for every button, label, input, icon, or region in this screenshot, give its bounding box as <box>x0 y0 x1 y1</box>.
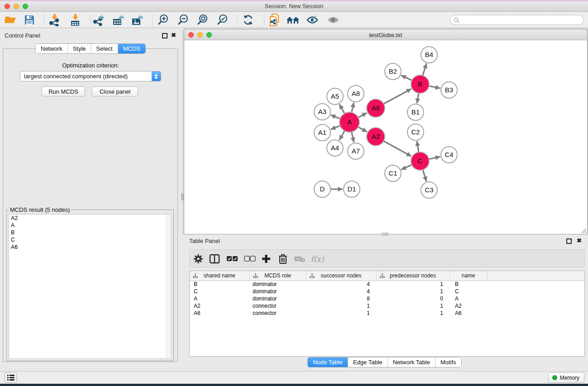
table-cell[interactable]: dominator <box>249 295 306 302</box>
search-input[interactable] <box>459 16 583 24</box>
column-header-shared-name[interactable]: shared name <box>190 271 249 281</box>
zoom-in-button[interactable] <box>155 13 172 27</box>
delete-columns-button[interactable] <box>276 252 290 266</box>
export-image-button[interactable] <box>129 13 145 27</box>
graph-node-label: C3 <box>425 186 433 194</box>
network-canvas[interactable]: B4B2BB3A5A8A6A3B1AA1C2A2A4A7C4CC1C3DD1 <box>184 40 587 234</box>
toolbar-separator <box>237 14 237 25</box>
import-table-button[interactable] <box>67 13 83 27</box>
search-field[interactable] <box>450 15 584 25</box>
optimization-criterion-select[interactable]: largest connected component (directed) <box>20 71 161 81</box>
table-tab-motifs[interactable]: Motifs <box>435 357 461 367</box>
import-network-button[interactable] <box>46 13 62 27</box>
show-hide-graphics-details-button[interactable] <box>304 13 320 27</box>
mcds-result-item[interactable]: C <box>9 236 171 243</box>
mcds-result-list[interactable]: A2ABCA6 <box>9 214 172 359</box>
table-cell[interactable]: dominator <box>249 288 306 295</box>
column-header-label: name <box>461 272 475 279</box>
float-table-panel-button[interactable] <box>566 238 572 244</box>
column-header-successor-nodes[interactable]: successor nodes <box>306 271 376 281</box>
tab-style[interactable]: Style <box>67 44 91 53</box>
table-cell[interactable]: A6 <box>449 310 487 317</box>
show-hide-panels-button[interactable] <box>285 13 301 27</box>
open-session-button[interactable] <box>2 13 19 27</box>
deselect-all-columns-button[interactable] <box>243 252 257 266</box>
horizontal-splitter-handle[interactable] <box>382 233 389 236</box>
column-layout-button[interactable] <box>207 252 222 266</box>
table-row[interactable]: A6connector11A6 <box>190 310 584 317</box>
table-cell[interactable]: connector <box>249 302 306 310</box>
table-tab-edge-table[interactable]: Edge Table <box>348 357 387 367</box>
columns-icon <box>209 254 220 264</box>
table-options-button[interactable] <box>191 252 206 266</box>
close-table-panel-button[interactable]: ✖ <box>577 238 582 243</box>
table-row[interactable]: A2connector11A2 <box>190 302 584 310</box>
mcds-result-item[interactable]: A6 <box>9 243 171 251</box>
refresh-view-button[interactable] <box>240 13 256 27</box>
table-cell[interactable]: 8 <box>306 295 376 302</box>
export-network-icon <box>92 14 105 26</box>
clone-network-button[interactable] <box>267 13 283 27</box>
resize-grip-icon[interactable] <box>580 227 587 234</box>
table-cell[interactable]: C <box>449 288 487 295</box>
table-cell[interactable]: 1 <box>376 302 449 310</box>
clone-network-icon <box>268 13 281 27</box>
table-cell[interactable]: 1 <box>376 310 449 317</box>
zoom-selected-icon <box>217 14 229 26</box>
export-network-button[interactable] <box>91 13 107 27</box>
table-cell[interactable]: 0 <box>376 295 449 302</box>
table-cell[interactable]: A2 <box>449 302 487 310</box>
save-session-button[interactable] <box>21 13 38 27</box>
table-tab-network-table[interactable]: Network Table <box>387 357 435 367</box>
export-table-button[interactable] <box>110 13 126 27</box>
table-row[interactable]: Cdominator41C <box>190 288 584 295</box>
bird-eye-view-button[interactable] <box>325 13 341 27</box>
close-panel-action-button[interactable]: Close panel <box>92 86 138 96</box>
list-scrollbar[interactable] <box>166 214 171 358</box>
tab-select[interactable]: Select <box>91 44 118 53</box>
network-window-titlebar[interactable]: testGlobe.txt <box>184 29 587 40</box>
control-panel-title: Control Panel <box>5 32 40 39</box>
table-tab-node-table[interactable]: Node Table <box>308 357 348 367</box>
table-cell[interactable]: B <box>190 281 249 288</box>
table-cell[interactable]: 1 <box>306 310 376 317</box>
table-row[interactable]: Bdominator41B <box>190 281 584 288</box>
memory-button[interactable]: Memory <box>548 372 584 383</box>
zoom-out-icon <box>177 14 189 26</box>
table-cell[interactable]: dominator <box>249 281 306 288</box>
zoom-out-button[interactable] <box>175 13 191 27</box>
zoom-fit-button[interactable] <box>195 13 211 27</box>
table-row[interactable]: Adominator80A <box>190 295 584 302</box>
table-cell[interactable]: 1 <box>376 281 449 288</box>
table-cell[interactable]: 1 <box>306 302 376 310</box>
table-cell[interactable]: 4 <box>306 288 376 295</box>
desktop-edge-strip <box>0 0 588 1</box>
table-cell[interactable]: A <box>190 295 249 302</box>
table-cell[interactable]: A <box>449 295 487 302</box>
table-cell[interactable]: 1 <box>376 288 449 295</box>
select-all-columns-button[interactable] <box>225 252 239 266</box>
zoom-selected-button[interactable] <box>215 13 231 27</box>
tab-network[interactable]: Network <box>36 44 67 53</box>
table-cell[interactable]: A6 <box>190 310 249 317</box>
column-header-mcds-role[interactable]: MCDS role <box>249 271 306 281</box>
float-panel-button[interactable] <box>162 33 167 38</box>
table-cell[interactable]: B <box>449 281 487 288</box>
unchecked-boxes-icon <box>244 256 256 262</box>
table-toolbar: f(x) <box>189 249 585 267</box>
mcds-result-item[interactable]: A2 <box>9 214 171 222</box>
table-cell[interactable]: connector <box>249 310 306 317</box>
task-history-button[interactable] <box>5 372 17 383</box>
run-mcds-button[interactable]: Run MCDS <box>42 86 85 96</box>
mcds-result-item[interactable]: A <box>9 222 171 229</box>
column-header-predecessor-nodes[interactable]: predecessor nodes <box>376 271 449 281</box>
node-table-container: shared nameMCDS rolesuccessor nodesprede… <box>189 271 585 357</box>
table-cell[interactable]: C <box>190 288 249 295</box>
close-panel-button[interactable]: ✖ <box>171 33 176 38</box>
mcds-result-item[interactable]: B <box>9 229 171 236</box>
table-cell[interactable]: 4 <box>306 281 376 288</box>
add-column-button[interactable] <box>259 252 273 266</box>
table-cell[interactable]: A2 <box>190 302 249 310</box>
tab-mcds[interactable]: MCDS <box>118 44 145 53</box>
column-header-name[interactable]: name <box>449 271 487 281</box>
